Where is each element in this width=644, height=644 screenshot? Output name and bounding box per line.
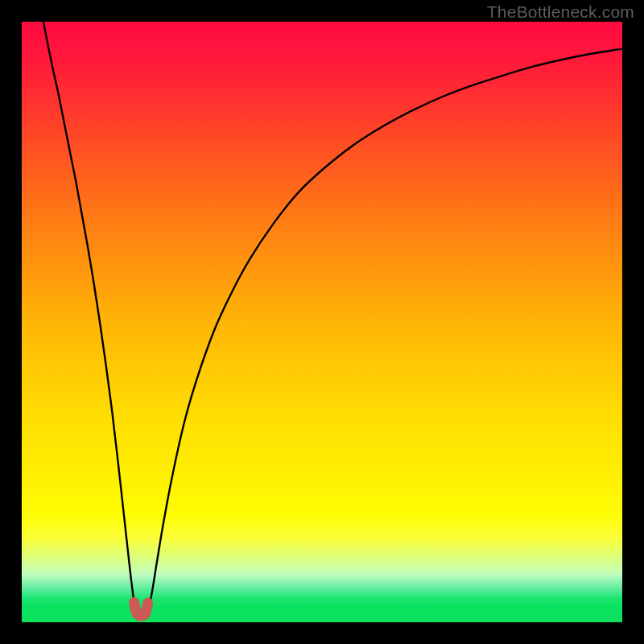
curve-layer (22, 22, 622, 622)
chart-frame: TheBottleneck.com (0, 0, 644, 644)
bottleneck-curve (43, 22, 622, 615)
valley-marker (134, 602, 148, 616)
watermark-text: TheBottleneck.com (487, 2, 634, 22)
plot-area (22, 22, 622, 622)
